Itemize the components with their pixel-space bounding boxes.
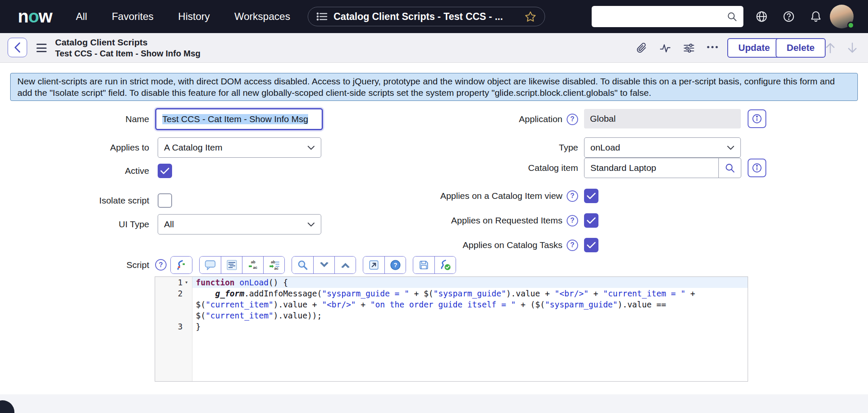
back-button[interactable] bbox=[8, 38, 27, 57]
page-title: Catalog Client Scripts bbox=[55, 37, 200, 48]
logo-w: w bbox=[39, 6, 52, 26]
user-avatar[interactable] bbox=[830, 5, 854, 28]
editor-search-button[interactable] bbox=[292, 257, 313, 273]
syntax-check-button[interactable] bbox=[434, 257, 456, 273]
current-tab[interactable]: Catalog Client Scripts - Test CCS - ... bbox=[308, 7, 545, 26]
arrow-down-icon bbox=[846, 42, 859, 54]
ui-type-select[interactable]: All bbox=[158, 214, 321, 234]
replace-all-button[interactable]: abac bbox=[263, 257, 284, 273]
editor-gutter bbox=[155, 332, 192, 382]
search-icon bbox=[724, 162, 735, 173]
applies-to-label: Applies to bbox=[25, 142, 149, 153]
check-icon bbox=[587, 192, 596, 200]
isolate-script-checkbox[interactable] bbox=[158, 193, 172, 208]
editor-save-button[interactable] bbox=[413, 257, 434, 273]
script-editor[interactable]: 1▾function onLoad() {2 g_form.addInfoMes… bbox=[155, 276, 748, 382]
catalog-item-info-button[interactable] bbox=[748, 159, 766, 177]
personalize-form-button[interactable] bbox=[683, 42, 695, 54]
active-checkbox[interactable] bbox=[158, 164, 172, 178]
favorite-star-icon[interactable] bbox=[525, 11, 536, 22]
code-line[interactable]: 3} bbox=[155, 321, 748, 332]
syntax-editor-icon bbox=[176, 260, 186, 271]
type-select[interactable]: onLoad bbox=[584, 137, 741, 158]
current-tab-label: Catalog Client Scripts - Test CCS - ... bbox=[334, 11, 519, 22]
catalog-item-search-button[interactable] bbox=[718, 158, 741, 178]
svg-text:ac: ac bbox=[274, 266, 278, 271]
type-label: Type bbox=[335, 142, 578, 153]
applies-item-view-checkbox[interactable] bbox=[584, 189, 598, 203]
applies-tasks-help-icon[interactable]: ? bbox=[567, 240, 578, 251]
code-line[interactable]: 1▾function onLoad() { bbox=[155, 277, 748, 288]
open-in-new-window-button[interactable] bbox=[363, 257, 384, 273]
find-previous-button[interactable] bbox=[334, 257, 356, 273]
now-logo[interactable]: now bbox=[18, 6, 52, 27]
nav-item-all[interactable]: All bbox=[76, 11, 87, 22]
applies-to-select[interactable]: A Catalog Item bbox=[158, 137, 321, 158]
applies-tasks-checkbox[interactable] bbox=[584, 238, 598, 252]
chevron-down-icon bbox=[319, 262, 329, 268]
previous-record-button[interactable] bbox=[824, 42, 837, 54]
code-text: } bbox=[192, 321, 748, 332]
code-text: g_form.addInfoMessage("sysparm_guide = "… bbox=[192, 288, 748, 321]
comment-icon bbox=[205, 260, 216, 270]
attachment-button[interactable] bbox=[636, 42, 647, 54]
line-number: 3 bbox=[155, 321, 192, 332]
editor-help-button[interactable]: ? bbox=[384, 257, 406, 273]
active-label: Active bbox=[25, 165, 149, 177]
nav-item-favorites[interactable]: Favorites bbox=[112, 11, 154, 22]
help-icon[interactable] bbox=[782, 10, 795, 23]
update-button[interactable]: Update bbox=[727, 38, 781, 58]
nav-item-workspaces[interactable]: Workspaces bbox=[234, 11, 290, 22]
global-search-input[interactable] bbox=[592, 6, 726, 27]
chevron-down-icon bbox=[307, 222, 315, 227]
replace-all-icon: abac bbox=[269, 260, 280, 271]
search-icon[interactable] bbox=[726, 11, 737, 22]
code-line[interactable]: 2 g_form.addInfoMessage("sysparm_guide =… bbox=[155, 288, 748, 321]
logo-n: n bbox=[18, 6, 28, 26]
svg-text:?: ? bbox=[393, 262, 397, 268]
applies-requested-help-icon[interactable]: ? bbox=[567, 215, 578, 226]
catalog-item-label: Catalog item bbox=[335, 162, 578, 174]
toggle-comment-button[interactable] bbox=[200, 257, 221, 273]
fold-icon[interactable]: ▾ bbox=[183, 277, 190, 288]
applies-requested-checkbox[interactable] bbox=[584, 213, 598, 228]
info-icon bbox=[751, 162, 762, 173]
chevron-left-icon bbox=[14, 42, 21, 53]
applies-item-view-label: Applies on a Catalog Item view? bbox=[335, 190, 578, 202]
format-code-button[interactable] bbox=[221, 257, 242, 273]
code-text: function onLoad() { bbox=[192, 277, 748, 288]
chevron-down-icon bbox=[727, 145, 734, 150]
global-search bbox=[592, 6, 743, 27]
script-help-icon[interactable]: ? bbox=[155, 259, 167, 271]
find-next-button[interactable] bbox=[313, 257, 334, 273]
ellipsis-icon bbox=[706, 45, 719, 49]
applies-item-view-help-icon[interactable]: ? bbox=[567, 190, 578, 202]
info-banner-text: New client-scripts are run in strict mod… bbox=[17, 75, 851, 98]
delete-button[interactable]: Delete bbox=[776, 38, 826, 58]
check-icon bbox=[587, 217, 596, 224]
servicenow-page: now All Favorites History Workspaces Cat… bbox=[0, 0, 868, 413]
svg-text:ac: ac bbox=[253, 265, 257, 270]
check-icon bbox=[160, 167, 170, 175]
title-block: Catalog Client Scripts Test CCS - Cat It… bbox=[55, 37, 200, 59]
replace-button[interactable]: abac bbox=[242, 257, 263, 273]
next-record-button[interactable] bbox=[846, 42, 859, 54]
status-dot bbox=[847, 22, 854, 29]
application-help-icon[interactable]: ? bbox=[567, 114, 578, 125]
form-context-menu[interactable] bbox=[36, 44, 47, 52]
applies-requested-label: Applies on Requested Items? bbox=[335, 215, 578, 226]
nav-item-history[interactable]: History bbox=[178, 11, 210, 22]
notifications-icon[interactable] bbox=[810, 10, 822, 23]
application-info-button[interactable] bbox=[748, 109, 766, 128]
more-options-button[interactable] bbox=[706, 45, 719, 49]
name-value: Test CCS - Cat Item - Show Info Msg bbox=[162, 114, 308, 124]
catalog-item-input[interactable]: Standard Laptop bbox=[584, 158, 719, 178]
name-input[interactable]: Test CCS - Cat Item - Show Info Msg bbox=[155, 108, 323, 130]
syntax-editor-toggle-button[interactable] bbox=[171, 257, 192, 273]
svg-text:ab: ab bbox=[271, 260, 275, 264]
line-number: 1▾ bbox=[155, 277, 192, 288]
globe-icon[interactable] bbox=[755, 10, 768, 23]
save-icon bbox=[419, 260, 429, 270]
sliders-icon bbox=[683, 42, 695, 54]
activity-stream-button[interactable] bbox=[659, 42, 671, 54]
